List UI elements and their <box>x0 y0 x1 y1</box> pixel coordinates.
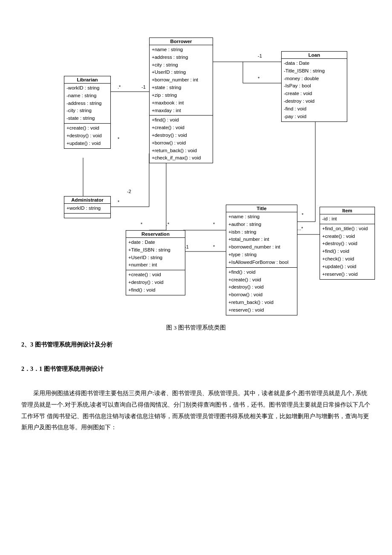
item-attrs: -id : int <box>320 214 375 224</box>
librarian-attrs: -workID : string -name : string -address… <box>64 84 110 124</box>
loan-box: Loan -data : Date -Title_ISBN : string -… <box>281 51 347 122</box>
main-paragraph: 采用用例图描述得图书管理主要包括三类用户:读者、图书管理员、系统管理员。其中，读… <box>21 388 371 433</box>
administrator-attrs: +workID : string <box>64 204 110 214</box>
mult-borrow-title-1: * <box>213 222 215 227</box>
mult-lib-admin-star: * <box>118 136 119 142</box>
loan-title: Loan <box>282 52 347 59</box>
administrator-box: Administrator +workID : string <box>64 196 111 218</box>
mult-lib-admin-2: -2 <box>127 189 131 194</box>
title-title: Title <box>226 205 297 212</box>
title-box: Title +name : string +author : string +i… <box>226 205 297 315</box>
mult-borrow-title-star: * <box>141 222 142 227</box>
mult-borrow-loan-1: -1 <box>258 53 262 58</box>
mult-lib-borrow-1: .* <box>118 84 121 90</box>
reservation-title: Reservation <box>126 231 185 238</box>
mult-borrow-loan-star2: * <box>258 76 259 81</box>
text-content: 2、3 图书管理系统用例设计及分析 2．3．1 图书管理系统用例设计 采用用例图… <box>17 339 375 434</box>
mult-borrow-title-dotstar: .* <box>166 222 169 227</box>
borrower-attrs: +name : string +address : string +city :… <box>150 45 213 116</box>
reservation-attrs: +date : Date +Title_ISBN : string +UserI… <box>126 238 185 270</box>
administrator-title: Administrator <box>64 197 110 204</box>
borrower-title: Borrower <box>150 38 213 45</box>
librarian-box: Librarian -workID : string -name : strin… <box>64 76 111 149</box>
reservation-methods: +create() : void +destroy() : void +find… <box>126 270 185 295</box>
mult-res-title-star: * <box>213 244 215 249</box>
item-box: Item -id : int +find_on_title() : void +… <box>320 207 375 280</box>
section-heading-2: 2．3．1 图书管理系统用例设计 <box>21 364 371 375</box>
uml-diagram: .* -1 * -2 * .* -1 * * -1 * .* * -1 * .*… <box>17 13 375 320</box>
section-heading-1: 2、3 图书管理系统用例设计及分析 <box>21 339 371 351</box>
librarian-methods: +create() : void +destroy() : void +upda… <box>64 124 110 148</box>
librarian-title: Librarian <box>64 76 110 84</box>
reservation-box: Reservation +date : Date +Title_ISBN : s… <box>126 230 185 295</box>
loan-attrs: -data : Date -Title_ISBN : string -money… <box>282 59 347 121</box>
item-title: Item <box>320 207 375 214</box>
mult-loan-star: * <box>302 212 303 217</box>
borrower-methods: +find() : void +create() : void +destroy… <box>150 116 213 163</box>
mult-lib-borrow-2: -1 <box>141 84 146 90</box>
title-methods: +find() : void +create() : void +destroy… <box>226 268 297 315</box>
item-methods: +find_on_title() : void +create() : void… <box>320 224 375 279</box>
title-attrs: +name : string +author : string +isbn : … <box>226 212 297 268</box>
mult-admin-star: * <box>118 199 119 205</box>
borrower-box: Borrower +name : string +address : strin… <box>149 38 213 163</box>
administrator-empty <box>64 214 110 218</box>
diagram-caption: 图 3 图书管理系统类图 <box>17 324 375 332</box>
